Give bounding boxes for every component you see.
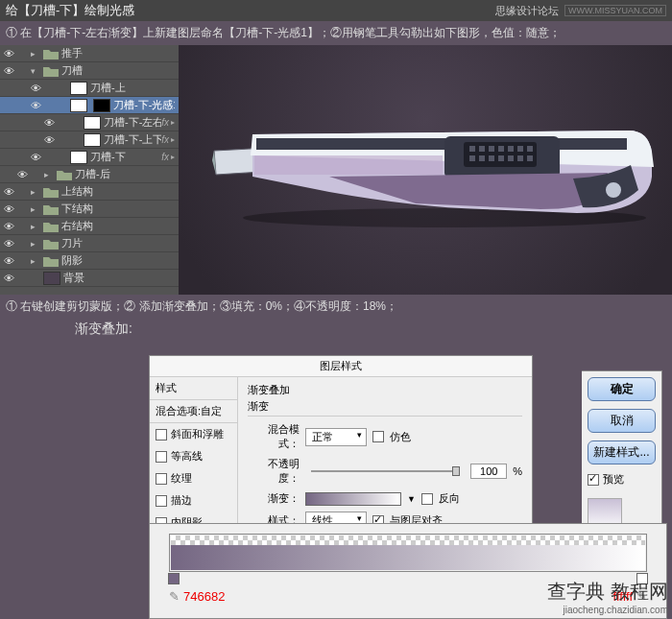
layer-row[interactable]: 👁▸下结构 xyxy=(0,201,179,218)
layer-label: 刀槽-下-光感1 xyxy=(113,98,175,112)
layer-row[interactable]: 👁▸刀槽-后 xyxy=(0,166,179,183)
style-checkbox[interactable] xyxy=(156,451,167,463)
chevron-icon[interactable]: ▸ xyxy=(171,153,175,161)
layer-label: 推手 xyxy=(61,46,175,60)
visibility-icon[interactable]: 👁 xyxy=(13,169,31,180)
preview-label: 预览 xyxy=(603,472,624,487)
visibility-icon[interactable]: 👁 xyxy=(27,152,44,163)
visibility-icon[interactable]: 👁 xyxy=(0,65,17,77)
dither-label: 仿色 xyxy=(390,430,411,444)
layer-label: 刀槽-上 xyxy=(90,81,175,95)
blend-options[interactable]: 混合选项:自定 xyxy=(150,400,237,423)
svg-rect-9 xyxy=(508,146,514,152)
style-checkbox[interactable] xyxy=(156,495,167,507)
svg-rect-5 xyxy=(469,146,475,152)
svg-rect-18 xyxy=(527,155,533,161)
disclosure-icon[interactable]: ▾ xyxy=(31,66,40,76)
fx-badge[interactable]: fx xyxy=(161,152,171,162)
layers-panel: 👁▸推手👁▾刀槽👁刀槽-上👁刀槽-下-光感1👁刀槽-下-左右渐变fx▸👁刀槽-下… xyxy=(0,45,179,295)
svg-rect-20 xyxy=(254,155,443,175)
disclosure-icon[interactable]: ▸ xyxy=(31,187,40,197)
style-item[interactable]: 斜面和浮雕 xyxy=(150,423,237,445)
layer-row[interactable]: 👁刀槽-下-左右渐变fx▸ xyxy=(0,114,179,131)
instruction-1: ① 在【刀槽-下-左右渐变】上新建图层命名【刀槽-下-光感1】；②用钢笔工具勾勒… xyxy=(0,21,672,45)
style-checkbox[interactable] xyxy=(156,473,167,485)
instruction-2: ① 右键创建剪切蒙版；② 添加渐变叠加；③填充：0%；④不透明度：18%； xyxy=(0,295,672,319)
style-item[interactable]: 等高线 xyxy=(150,445,237,467)
disclosure-icon[interactable]: ▸ xyxy=(31,222,40,231)
layer-row[interactable]: 👁刀槽-下-上下渐变fx▸ xyxy=(0,131,179,149)
gradient-stop-left[interactable] xyxy=(168,573,180,584)
layer-row[interactable]: 👁刀槽-下-光感1 xyxy=(0,97,179,114)
blend-mode-select[interactable]: 正常 xyxy=(305,428,367,446)
visibility-icon[interactable]: 👁 xyxy=(0,238,17,250)
layer-label: 刀槽 xyxy=(61,63,175,78)
visibility-icon[interactable]: 👁 xyxy=(0,203,17,215)
visibility-icon[interactable]: 👁 xyxy=(27,83,44,94)
visibility-icon[interactable]: 👁 xyxy=(40,117,58,129)
style-item[interactable]: 描边 xyxy=(150,489,237,512)
knife-illustration xyxy=(195,107,656,232)
style-item[interactable]: 纹理 xyxy=(150,467,237,489)
reverse-label: 反向 xyxy=(439,491,460,506)
reverse-checkbox[interactable] xyxy=(421,493,433,505)
new-style-button[interactable]: 新建样式... xyxy=(588,440,656,464)
visibility-icon[interactable]: 👁 xyxy=(0,186,17,198)
ok-button[interactable]: 确定 xyxy=(588,377,656,401)
gradient-preview[interactable] xyxy=(305,492,401,506)
dither-checkbox[interactable] xyxy=(372,431,384,442)
layer-row[interactable]: 👁▾刀槽 xyxy=(0,62,179,80)
fx-badge[interactable]: fx xyxy=(161,117,171,128)
layer-row[interactable]: 👁背景 xyxy=(0,270,179,287)
fx-badge[interactable]: fx xyxy=(161,134,171,145)
layer-row[interactable]: 👁▸阴影 xyxy=(0,252,179,270)
layer-thumb xyxy=(84,116,101,130)
folder-icon xyxy=(43,186,59,198)
style-label: 纹理 xyxy=(171,471,192,486)
layer-row[interactable]: 👁刀槽-下fx▸ xyxy=(0,149,179,166)
layer-row[interactable]: 👁▸右结构 xyxy=(0,218,179,235)
visibility-icon[interactable]: 👁 xyxy=(0,255,17,267)
disclosure-icon[interactable]: ▸ xyxy=(44,170,54,179)
section-label: 渐变叠加: xyxy=(0,319,672,338)
opacity-input[interactable]: 100 xyxy=(470,464,507,479)
folder-icon xyxy=(43,48,59,60)
svg-point-19 xyxy=(604,180,623,200)
visibility-icon[interactable]: 👁 xyxy=(40,134,58,146)
dialog-title: 图层样式 xyxy=(150,356,532,377)
svg-rect-8 xyxy=(498,146,504,152)
svg-rect-17 xyxy=(517,155,523,161)
layer-row[interactable]: 👁▸推手 xyxy=(0,45,179,62)
disclosure-icon[interactable]: ▸ xyxy=(31,204,40,214)
layer-row[interactable]: 👁▸刀片 xyxy=(0,235,179,252)
cancel-button[interactable]: 取消 xyxy=(588,409,656,433)
layer-row[interactable]: 👁刀槽-上 xyxy=(0,80,179,97)
svg-rect-11 xyxy=(527,146,533,152)
chevron-icon[interactable]: ▸ xyxy=(171,118,175,127)
styles-header[interactable]: 样式 xyxy=(150,377,237,400)
disclosure-icon[interactable]: ▸ xyxy=(31,256,40,266)
doc-title: 给【刀槽-下】绘制光感 xyxy=(6,2,134,19)
attribution: 查字典 教程网 jiaocheng.chazidian.com xyxy=(547,579,668,615)
style-checkbox[interactable] xyxy=(156,429,167,440)
visibility-icon[interactable]: 👁 xyxy=(0,273,17,284)
folder-icon xyxy=(43,238,59,250)
disclosure-icon[interactable]: ▸ xyxy=(31,49,40,59)
preview-checkbox[interactable] xyxy=(588,474,599,486)
folder-icon xyxy=(43,203,59,215)
layer-row[interactable]: 👁▸上结构 xyxy=(0,183,179,201)
chevron-icon[interactable]: ▸ xyxy=(171,135,175,144)
layer-thumb xyxy=(43,272,60,285)
visibility-icon[interactable]: 👁 xyxy=(0,48,17,60)
visibility-icon[interactable]: 👁 xyxy=(27,100,44,111)
gradient-bar[interactable] xyxy=(169,534,647,572)
svg-rect-15 xyxy=(498,155,504,161)
canvas xyxy=(179,45,672,295)
layer-label: 刀槽-下 xyxy=(90,150,161,164)
svg-rect-16 xyxy=(508,155,514,161)
visibility-icon[interactable]: 👁 xyxy=(0,221,17,232)
gradient-dropdown-icon[interactable]: ▼ xyxy=(407,494,416,504)
disclosure-icon[interactable]: ▸ xyxy=(31,239,40,249)
opacity-slider[interactable] xyxy=(311,470,459,472)
dialog-buttons: 确定 取消 新建样式... 预览 xyxy=(582,370,662,539)
